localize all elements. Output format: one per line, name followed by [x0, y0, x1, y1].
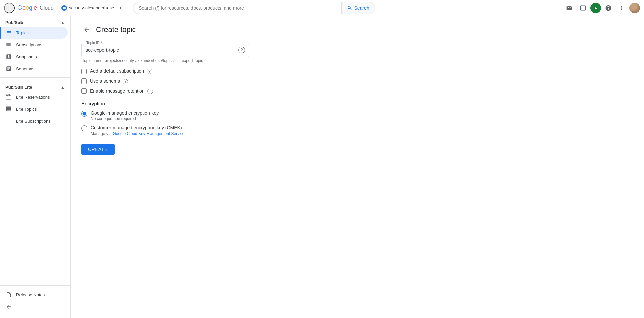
google-managed-option: Google-managed encryption key No configu… [81, 110, 249, 121]
project-name: security-alexanderhose [69, 5, 118, 10]
hamburger-menu-button[interactable] [4, 3, 15, 13]
message-retention-label[interactable]: Enable message retention ? [90, 88, 153, 94]
topic-id-help-icon[interactable]: ? [238, 47, 245, 53]
google-managed-label[interactable]: Google-managed encryption key [91, 110, 159, 116]
sidebar-item-schemas[interactable]: Schemas [0, 63, 68, 75]
search-button[interactable]: Search [341, 2, 375, 14]
user-avatar[interactable] [629, 3, 640, 13]
sidebar-item-lite-topics-label: Lite Topics [16, 107, 37, 112]
default-subscription-row: Add a default subscription ? [81, 68, 249, 74]
use-schema-label[interactable]: Use a schema ? [90, 78, 128, 84]
create-topic-form: Topic ID * ? Topic name: projects/securi… [81, 43, 249, 155]
pubsub-lite-section-header[interactable]: Pub/Sub Lite ▲ [0, 81, 70, 91]
more-options-button[interactable] [616, 2, 628, 14]
search-bar: Search [133, 2, 375, 14]
sidebar-item-lite-reservations-label: Lite Reservations [16, 95, 50, 100]
snapshots-icon [5, 53, 12, 60]
tasks-badge[interactable]: 4 [590, 3, 601, 13]
customer-managed-label-group: Customer-managed encryption key (CMEK) M… [91, 125, 185, 136]
terminal-icon [579, 5, 586, 11]
help-icon [605, 5, 612, 11]
message-retention-help-icon[interactable]: ? [147, 89, 153, 94]
pubsub-collapse-icon: ▲ [61, 20, 65, 25]
collapse-sidebar-icon [5, 303, 12, 310]
schemas-icon [5, 65, 12, 72]
topic-id-field: Topic ID * ? Topic name: projects/securi… [81, 43, 249, 63]
topic-id-input[interactable] [86, 43, 238, 57]
sidebar: Pub/Sub ▲ Topics Subscriptions [0, 16, 71, 318]
sidebar-item-release-notes[interactable]: Release Notes [0, 288, 68, 301]
sidebar-item-lite-topics[interactable]: Lite Topics [0, 103, 68, 115]
subscriptions-icon [5, 41, 12, 48]
sidebar-item-lite-subscriptions-label: Lite Subscriptions [16, 119, 51, 124]
sidebar-item-snapshots[interactable]: Snapshots [0, 51, 68, 63]
topic-id-hint: Topic name: projects/security-alexanderh… [81, 58, 249, 63]
sidebar-item-subscriptions[interactable]: Subscriptions [0, 39, 68, 51]
main-content: Create topic Topic ID * ? Topic name: pr… [71, 16, 644, 318]
notifications-button[interactable] [563, 2, 575, 14]
search-button-label: Search [354, 5, 369, 11]
pubsub-lite-section-title: Pub/Sub Lite [5, 85, 32, 90]
cloud-text: Cloud [40, 5, 54, 11]
sidebar-divider [0, 77, 70, 78]
project-icon [61, 5, 67, 11]
use-schema-checkbox[interactable] [81, 78, 87, 84]
back-arrow-icon [83, 26, 90, 33]
default-subscription-label[interactable]: Add a default subscription ? [90, 68, 152, 74]
sidebar-item-collapse[interactable] [0, 301, 68, 313]
page-title: Create topic [96, 25, 136, 34]
back-button[interactable] [81, 24, 92, 35]
pubsub-section-header[interactable]: Pub/Sub ▲ [0, 16, 70, 26]
nav-right: 4 [563, 2, 640, 14]
sidebar-item-schemas-label: Schemas [16, 66, 34, 71]
topics-icon [5, 29, 12, 36]
customer-managed-option: Customer-managed encryption key (CMEK) M… [81, 125, 249, 136]
app-layout: Pub/Sub ▲ Topics Subscriptions [0, 16, 644, 318]
message-retention-checkbox[interactable] [81, 88, 87, 94]
search-icon [347, 5, 352, 11]
default-subscription-checkbox[interactable] [81, 69, 87, 74]
create-button[interactable]: CREATE [81, 144, 115, 155]
topic-id-box: Topic ID * ? [81, 43, 249, 57]
message-retention-row: Enable message retention ? [81, 88, 249, 94]
project-selector[interactable]: security-alexanderhose ▾ [58, 3, 125, 13]
lite-reservations-icon [5, 94, 12, 100]
notifications-icon [566, 5, 573, 11]
google-managed-sublabel: No configuration required [91, 116, 159, 121]
pubsub-lite-collapse-icon: ▲ [61, 85, 65, 90]
google-managed-radio[interactable] [81, 111, 87, 117]
pubsub-section-title: Pub/Sub [5, 20, 23, 25]
google-logo: Google [17, 4, 37, 11]
cloud-shell-button[interactable] [577, 2, 589, 14]
customer-managed-label[interactable]: Customer-managed encryption key (CMEK) [91, 125, 185, 130]
sidebar-item-lite-subscriptions[interactable]: Lite Subscriptions [0, 115, 68, 127]
sidebar-item-subscriptions-label: Subscriptions [16, 42, 42, 47]
sidebar-bottom: Release Notes [0, 285, 70, 313]
topic-id-label: Topic ID * [85, 41, 103, 45]
sidebar-item-lite-reservations[interactable]: Lite Reservations [0, 91, 68, 103]
customer-managed-radio[interactable] [81, 125, 87, 131]
encryption-radio-group: Google-managed encryption key No configu… [81, 110, 249, 136]
search-input[interactable] [133, 5, 341, 11]
encryption-section-title: Encryption [81, 101, 249, 106]
lite-topics-icon [5, 106, 12, 112]
hamburger-icon [6, 6, 12, 10]
help-button[interactable] [602, 2, 614, 14]
google-cloud-logo[interactable]: Google Cloud [17, 4, 54, 11]
sidebar-item-snapshots-label: Snapshots [16, 54, 37, 59]
more-vert-icon [618, 5, 625, 11]
kms-link[interactable]: Google Cloud Key Management Service [113, 131, 184, 136]
topic-id-row: ? [86, 43, 245, 57]
page-header: Create topic [81, 24, 633, 35]
lite-subscriptions-icon [5, 118, 12, 124]
google-managed-label-group: Google-managed encryption key No configu… [91, 110, 159, 121]
use-schema-row: Use a schema ? [81, 78, 249, 84]
customer-managed-sublabel: Manage via Google Cloud Key Management S… [91, 131, 185, 136]
use-schema-help-icon[interactable]: ? [123, 79, 128, 84]
top-nav: Google Cloud security-alexanderhose ▾ Se… [0, 0, 644, 16]
dropdown-arrow-icon: ▾ [120, 6, 121, 10]
default-subscription-help-icon[interactable]: ? [147, 69, 152, 74]
release-notes-label: Release Notes [16, 292, 45, 297]
sidebar-item-topics[interactable]: Topics [0, 26, 68, 39]
release-notes-icon [5, 291, 12, 298]
